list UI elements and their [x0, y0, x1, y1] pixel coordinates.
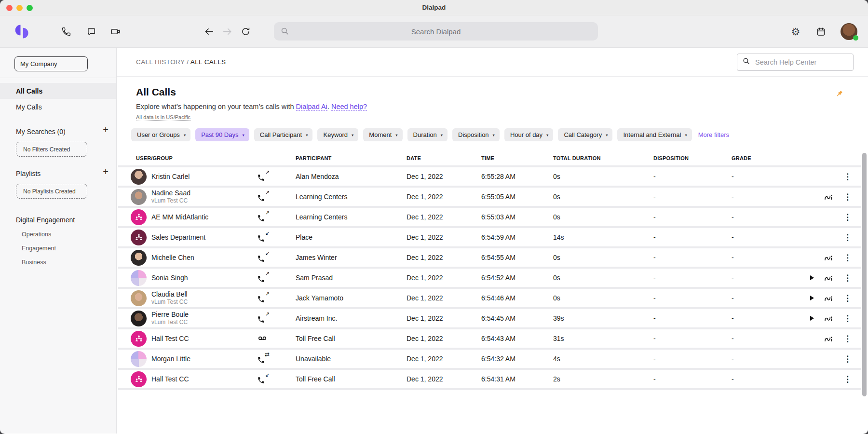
minimize-window-button[interactable] [16, 5, 23, 11]
avatar [131, 290, 147, 306]
table-row[interactable]: Kristin Carlel↗Alan MendozaDec 1, 20226:… [118, 167, 861, 188]
grade: - [732, 335, 792, 342]
playlists-label: Playlists [0, 170, 116, 177]
table-row[interactable]: Hall Test CC↙Toll Free CallDec 1, 20226:… [118, 370, 861, 390]
grade: - [732, 314, 792, 322]
table-header: USER/GROUPPARTICIPANTDATETIMETOTAL DURAT… [118, 145, 861, 167]
ai-icon[interactable] [824, 335, 833, 342]
column-header-time: TIME [481, 155, 553, 161]
filter-chip-user-or-groups[interactable]: User or Groups▾ [131, 128, 190, 141]
need-help-link[interactable]: Need help? [331, 103, 367, 111]
total-duration: 0s [553, 193, 653, 201]
play-button[interactable] [810, 296, 814, 300]
online-status-dot [853, 35, 858, 41]
chevron-down-icon: ▾ [352, 133, 353, 137]
forward-icon[interactable] [220, 24, 234, 39]
no-filters-placeholder: No Filters Created [16, 142, 87, 157]
vertical-scrollbar[interactable] [862, 153, 867, 396]
zoom-window-button[interactable] [27, 5, 33, 11]
filter-chip-past-90-days[interactable]: Past 90 Days▾ [195, 128, 249, 141]
ai-icon[interactable] [824, 294, 833, 302]
grade: - [732, 213, 792, 221]
add-search-button[interactable]: + [103, 125, 108, 135]
chevron-down-icon: ▾ [493, 133, 495, 137]
more-filters-link[interactable]: More filters [698, 131, 729, 138]
dialpad-ai-link[interactable]: Dialpad Ai [296, 103, 327, 111]
calendar-icon[interactable] [814, 24, 828, 39]
filter-chip-hour-of-day[interactable]: Hour of day▾ [504, 128, 553, 141]
total-duration: 0s [553, 294, 653, 302]
ai-icon[interactable] [824, 254, 833, 261]
main-content: CALL HISTORY / ALL CALLS All Calls Explo… [117, 48, 868, 434]
filter-chip-moment[interactable]: Moment▾ [363, 128, 402, 141]
sidebar-item-engagement[interactable]: Engagement [0, 245, 116, 252]
calls-table: USER/GROUPPARTICIPANTDATETIMETOTAL DURAT… [117, 145, 868, 390]
sidebar-item-operations[interactable]: Operations [0, 231, 116, 238]
filter-chip-duration[interactable]: Duration▾ [407, 128, 448, 141]
back-icon[interactable] [202, 24, 216, 39]
play-button[interactable] [810, 275, 814, 280]
table-row[interactable]: Michelle Chen↙James WinterDec 1, 20226:5… [118, 248, 861, 269]
row-menu-button[interactable]: ⋮ [843, 314, 852, 323]
filter-chip-disposition[interactable]: Disposition▾ [452, 128, 500, 141]
refresh-icon[interactable] [238, 24, 253, 39]
row-menu-button[interactable]: ⋮ [843, 335, 852, 343]
sidebar: My Company All CallsMy Calls My Searches… [0, 48, 117, 434]
phone-icon[interactable] [59, 24, 73, 39]
video-icon[interactable] [108, 24, 122, 39]
table-row[interactable]: Pierre BoulevLum Test CC↗Airstream Inc.D… [118, 309, 861, 329]
row-menu-button[interactable]: ⋮ [843, 375, 852, 383]
row-menu-button[interactable]: ⋮ [843, 355, 852, 363]
total-duration: 2s [553, 375, 653, 383]
table-row[interactable]: Claudia BellvLum Test CC↗Jack YamamotoDe… [118, 289, 861, 309]
disposition: - [653, 335, 732, 342]
participant: Jack Yamamoto [276, 294, 407, 302]
row-menu-button[interactable]: ⋮ [843, 213, 852, 221]
filter-chip-keyword[interactable]: Keyword▾ [317, 128, 358, 141]
row-menu-button[interactable]: ⋮ [843, 274, 852, 282]
breadcrumb-prefix[interactable]: CALL HISTORY / [136, 58, 190, 66]
filter-chip-internal-and-external[interactable]: Internal and External▾ [617, 128, 692, 141]
pin-icon[interactable] [835, 89, 844, 100]
ai-icon[interactable] [824, 274, 833, 282]
avatar [131, 270, 147, 286]
filter-bar: User or Groups▾Past 90 Days▾Call Partici… [117, 121, 868, 141]
table-row[interactable]: Hall Test CCToll Free CallDec 1, 20226:5… [118, 329, 861, 350]
filter-chip-label: Hour of day [510, 131, 542, 138]
filter-chip-label: Call Participant [260, 131, 302, 138]
search-input[interactable] [274, 27, 598, 36]
filter-chip-call-category[interactable]: Call Category▾ [558, 128, 612, 141]
user-avatar[interactable] [841, 23, 857, 40]
disposition: - [653, 254, 732, 261]
play-button[interactable] [810, 316, 814, 321]
row-menu-button[interactable]: ⋮ [843, 173, 852, 181]
table-row[interactable]: AE MM MidAtlantic↗Learning CentersDec 1,… [118, 208, 861, 228]
row-menu-button[interactable]: ⋮ [843, 254, 852, 262]
total-duration: 14s [553, 233, 653, 241]
add-playlist-button[interactable]: + [103, 167, 108, 176]
ai-icon[interactable] [824, 314, 833, 322]
table-row[interactable]: Morgan Little⇄UnavailableDec 1, 20226:54… [118, 350, 861, 370]
help-center-search-input[interactable] [754, 58, 848, 67]
sidebar-item-business[interactable]: Business [0, 259, 116, 266]
close-window-button[interactable] [6, 5, 13, 11]
sidebar-item-all-calls[interactable]: All Calls [0, 83, 116, 99]
call-date: Dec 1, 2022 [407, 213, 481, 221]
table-row[interactable]: Nadine SaadvLum Test CC↗Learning Centers… [118, 188, 861, 208]
filter-chip-call-participant[interactable]: Call Participant▾ [254, 128, 313, 141]
company-selector[interactable]: My Company [14, 56, 88, 71]
call-date: Dec 1, 2022 [407, 173, 481, 180]
sidebar-item-my-calls[interactable]: My Calls [0, 99, 116, 115]
table-row[interactable]: Sonia Singh↗Sam PrasadDec 1, 20226:54:52… [118, 269, 861, 289]
table-row[interactable]: Sales Department↙PlaceDec 1, 20226:54:59… [118, 228, 861, 248]
chat-icon[interactable] [84, 24, 98, 39]
participant: Toll Free Call [276, 335, 407, 342]
row-menu-button[interactable]: ⋮ [843, 233, 852, 242]
global-search[interactable] [274, 22, 598, 41]
row-menu-button[interactable]: ⋮ [843, 294, 852, 302]
gear-icon[interactable]: ⚙ [788, 24, 803, 39]
ai-icon[interactable] [824, 193, 833, 201]
row-menu-button[interactable]: ⋮ [843, 193, 852, 201]
participant: Unavailable [276, 355, 407, 363]
help-center-search[interactable] [737, 54, 854, 71]
